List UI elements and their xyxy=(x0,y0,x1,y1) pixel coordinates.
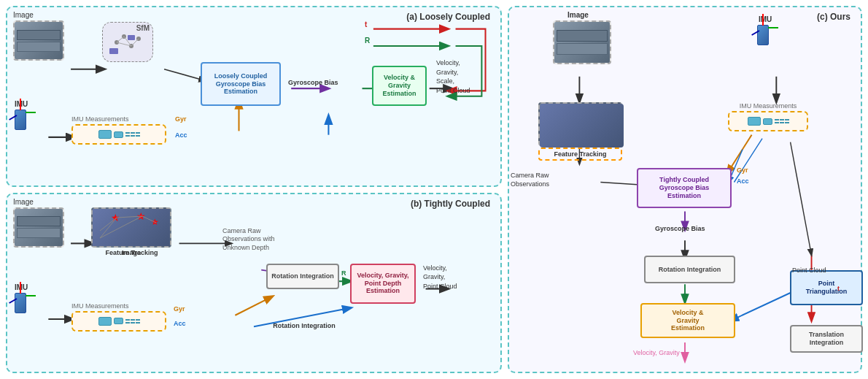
imu-dashes-b xyxy=(125,319,140,324)
velocity-gravity-box-c: Velocity & Gravity Estimation xyxy=(640,303,735,338)
svg-line-45 xyxy=(791,142,812,256)
acc-label-a: Acc xyxy=(175,131,187,139)
gyr-label-b: Gyr xyxy=(174,305,185,313)
output-b: Velocity, Gravity, Point Cloud xyxy=(423,264,457,291)
left-panel: (a) Loosely Coupled xyxy=(6,6,502,373)
point-triangulation-label-c: Point Triangulation xyxy=(806,280,848,296)
imu-label-c: IMU xyxy=(759,15,772,23)
imu-meas-box-b: IMU Measurements xyxy=(71,302,166,332)
imu-device-c: IMU xyxy=(757,25,769,45)
velocity-gravity-output-c: Velocity, Gravity xyxy=(633,349,680,356)
gyroscope-bias-label-a: Gyroscope Bias xyxy=(288,79,338,86)
rotation-integration-label-b: Rotation Integration xyxy=(271,272,334,280)
tightly-coupled-box-c: Tightly Coupled Gyroscope Bias Estimatio… xyxy=(637,168,732,208)
sfm-label: SfM xyxy=(136,24,150,32)
acc-label-b: Acc xyxy=(174,320,186,327)
acc-label-c: Acc xyxy=(737,177,749,185)
feature-lines xyxy=(93,209,170,246)
title-a: (a) Loosely Coupled xyxy=(406,12,490,22)
imu-label-a: IMU xyxy=(15,100,28,108)
imu-device-b: IMU xyxy=(15,293,26,313)
output-scale: Scale, xyxy=(436,77,470,86)
gyr-label-a: Gyr xyxy=(175,115,187,123)
svg-line-28 xyxy=(100,218,117,231)
tightly-coupled-label-c: Tightly Coupled Gyroscope Bias Estimatio… xyxy=(659,176,710,199)
output-pointcloud: Point Cloud xyxy=(436,86,470,96)
image-label-a: Image xyxy=(13,11,34,19)
title-b: (b) Tightly Coupled xyxy=(411,199,490,209)
imu-chip-c1 xyxy=(748,117,761,126)
translation-integration-label-c: Translation Integration xyxy=(795,331,858,347)
rotation-integration-box-c: Rotation Integration xyxy=(644,256,735,283)
main-container: (a) Loosely Coupled xyxy=(0,0,868,379)
feature-tracking-text-c: Feature Tracking xyxy=(538,148,622,161)
output-b-gravity: Gravity, xyxy=(423,272,457,282)
imu-meas-label-c: IMU Measurements xyxy=(728,102,808,110)
feature-tracking-box-b: ★ ★ ★ Image xyxy=(91,207,171,248)
velocity-gravity-box-a: Velocity & Gravity Estimation xyxy=(372,66,427,106)
svg-line-24 xyxy=(235,296,272,315)
svg-line-14 xyxy=(117,37,124,42)
velocity-gravity-b-box: Velocity, Gravity, Point Depth Estimatio… xyxy=(350,264,416,304)
right-panel: (c) Ours xyxy=(508,6,862,373)
r-label-c: R xyxy=(683,292,688,299)
rotation-integration-box-b: Rotation Integration xyxy=(266,264,339,289)
t-label-c: t xyxy=(837,285,840,292)
imu-chip-b1 xyxy=(98,317,112,326)
velocity-gravity-label-a: Velocity & Gravity Estimation xyxy=(382,74,416,97)
t-label-a: t xyxy=(365,20,367,28)
output-b-pc: Point Cloud xyxy=(423,282,457,291)
output-gravity: Gravity, xyxy=(436,68,470,77)
title-c: (c) Ours xyxy=(817,12,850,22)
imu-chip-2 xyxy=(114,131,123,138)
svg-line-31 xyxy=(100,218,117,238)
imu-chip-c2 xyxy=(763,118,772,125)
sfm-box: SfM xyxy=(102,22,153,62)
point-cloud-label-c: Point Cloud xyxy=(792,267,826,274)
svg-line-30 xyxy=(142,216,156,223)
velocity-gravity-label-c: Velocity & Gravity Estimation xyxy=(671,309,705,332)
image-box-b: Image xyxy=(13,207,64,248)
camera-raw-label-c: Camera Raw Observations xyxy=(511,172,549,188)
imu-dashes-1 xyxy=(125,132,140,137)
imu-dashes-c xyxy=(775,119,789,123)
imu-meas-box-a: IMU Measurements xyxy=(71,115,166,145)
svg-line-38 xyxy=(734,139,762,183)
imu-chip-1 xyxy=(98,130,112,139)
r-label-b: R xyxy=(341,269,346,277)
imu-meas-label-a: IMU Measurements xyxy=(71,115,166,123)
loosely-coupled-box: Loosely Coupled Gyroscope Bias Estimatio… xyxy=(201,62,281,106)
image-label-c: Image xyxy=(567,11,589,19)
svg-rect-18 xyxy=(109,48,118,54)
translation-integration-box-c: Translation Integration xyxy=(790,325,863,353)
gyr-label-c: Gyr xyxy=(737,166,748,174)
feature-tracking-text-b: Feature Tracking xyxy=(93,249,170,256)
output-a: Velocity, Gravity, Scale, Point Cloud xyxy=(436,58,470,95)
image-box-c: Image xyxy=(553,20,611,64)
section-b: (b) Tightly Coupled xyxy=(6,193,502,374)
velocity-gravity-b-label: Velocity, Gravity, Point Depth Estimatio… xyxy=(357,272,408,295)
svg-line-29 xyxy=(117,216,142,218)
loosely-coupled-label: Loosely Coupled Gyroscope Bias Estimatio… xyxy=(214,72,268,96)
rotation-integration-label-c: Rotation Integration xyxy=(659,266,721,274)
imu-meas-label-b: IMU Measurements xyxy=(71,302,166,310)
svg-line-32 xyxy=(100,216,142,238)
feature-tracking-c: Feature Tracking xyxy=(538,102,622,161)
camera-raw-label-b: Camera Raw Observations with Unknown Dep… xyxy=(222,227,295,253)
imu-label-b: IMU xyxy=(15,283,28,291)
imu-chip-b2 xyxy=(114,318,123,324)
rotation-integration-text-b: Rotation Integration xyxy=(264,322,344,329)
image-label-b: Image xyxy=(13,198,34,206)
output-velocity: Velocity, xyxy=(436,58,470,68)
gyroscope-bias-label-c: Gyroscope Bias xyxy=(655,225,705,232)
svg-rect-19 xyxy=(128,35,135,40)
imu-meas-box-c: IMU Measurements xyxy=(728,102,808,131)
output-b-velocity: Velocity, xyxy=(423,264,457,273)
svg-line-3 xyxy=(164,69,205,81)
image-box-a: Image xyxy=(13,20,64,61)
r-label-a: R xyxy=(365,37,370,45)
point-triangulation-box-c: Point Triangulation xyxy=(790,270,863,305)
imu-device-a: IMU xyxy=(15,110,26,130)
section-a: (a) Loosely Coupled xyxy=(6,6,502,187)
